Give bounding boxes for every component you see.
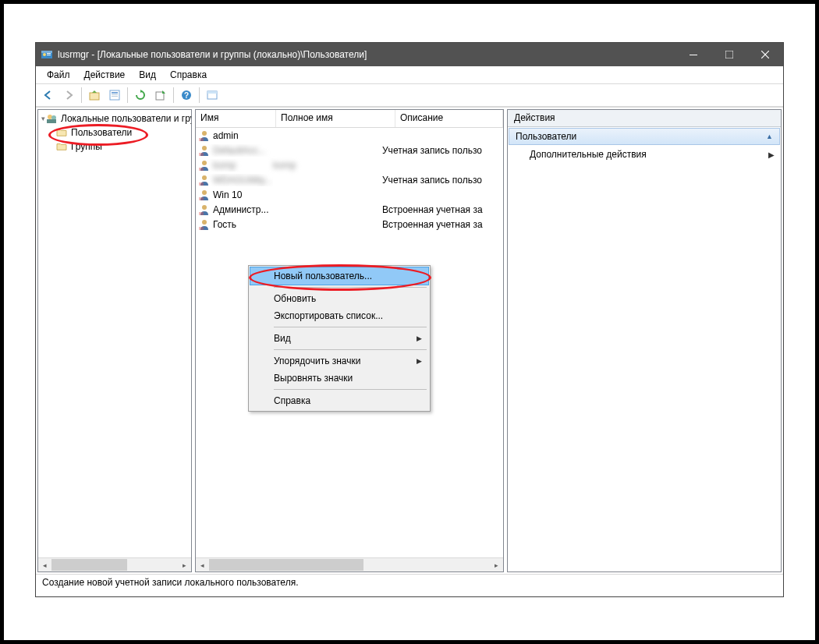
actions-section-label: Пользователи: [516, 131, 576, 142]
ctx-view[interactable]: Вид▶: [250, 330, 428, 347]
actions-section-users[interactable]: Пользователи ▲: [509, 128, 780, 145]
titlebar: lusrmgr - [Локальные пользователи и груп…: [36, 43, 783, 66]
user-desc: Учетная запись пользо: [382, 175, 503, 186]
context-menu: Новый пользователь... Обновить Экспортир…: [248, 265, 431, 412]
svg-text:?: ?: [184, 91, 189, 100]
menu-action[interactable]: Действие: [78, 68, 132, 82]
col-fullname[interactable]: Полное имя: [276, 110, 395, 127]
tree-root-label: Локальные пользователи и гру: [61, 113, 191, 124]
user-icon: [198, 144, 211, 157]
user-desc: Учетная запись пользо: [382, 145, 503, 156]
ctx-arrange[interactable]: Упорядочить значки▶: [250, 352, 428, 370]
user-name: Win 10: [213, 189, 242, 200]
scroll-right-button[interactable]: ▸: [178, 558, 191, 571]
actions-pane: Действия Пользователи ▲ Дополнительные д…: [507, 109, 782, 572]
svg-point-28: [202, 175, 207, 180]
forward-button[interactable]: [59, 86, 78, 104]
user-row[interactable]: Win 10: [196, 187, 503, 202]
user-name: DefaultAcc...: [213, 145, 266, 156]
statusbar: Создание новой учетной записи локального…: [36, 574, 783, 596]
svg-rect-13: [112, 96, 118, 97]
svg-point-32: [202, 205, 207, 210]
ctx-help[interactable]: Справка: [250, 392, 428, 409]
list-hscroll[interactable]: ◂ ▸: [196, 557, 503, 571]
actions-more[interactable]: Дополнительные действия ▶: [508, 146, 781, 163]
svg-point-24: [202, 146, 207, 150]
user-icon: [198, 129, 211, 142]
svg-rect-31: [199, 197, 204, 200]
svg-rect-11: [112, 92, 118, 94]
tree-root[interactable]: ▾ Локальные пользователи и гру: [38, 111, 191, 126]
tree-groups-label: Группы: [71, 141, 102, 152]
scroll-left-button[interactable]: ◂: [196, 558, 209, 571]
collapse-arrow-icon: ▲: [766, 133, 773, 140]
user-name: WDAGUtility...: [213, 175, 272, 186]
svg-rect-6: [725, 51, 733, 58]
tree-hscroll[interactable]: ◂ ▸: [38, 557, 191, 571]
user-icon: [198, 218, 211, 231]
svg-rect-5: [690, 55, 697, 55]
svg-rect-4: [47, 55, 51, 55]
back-button[interactable]: [39, 86, 58, 104]
scroll-left-button[interactable]: ◂: [38, 558, 51, 571]
svg-rect-18: [207, 91, 217, 94]
svg-rect-33: [199, 212, 204, 215]
tree-pane: ▾ Локальные пользователи и гру Пользоват…: [37, 109, 192, 572]
submenu-arrow-icon: ▶: [768, 150, 775, 159]
user-icon: [198, 189, 211, 201]
properties-button[interactable]: [105, 86, 124, 104]
export-button[interactable]: [151, 86, 170, 104]
close-button[interactable]: [747, 43, 783, 66]
toolbar: ?: [36, 84, 783, 107]
svg-rect-23: [199, 138, 204, 141]
col-name[interactable]: Имя: [196, 110, 276, 127]
user-row[interactable]: Администр...Встроенная учетная за: [196, 202, 503, 217]
tree-users-label: Пользователи: [71, 127, 132, 138]
svg-point-30: [202, 190, 207, 195]
refresh-button[interactable]: [131, 86, 150, 104]
ctx-export[interactable]: Экспортировать список...: [250, 307, 428, 324]
svg-point-22: [202, 131, 207, 136]
user-row[interactable]: WDAGUtility...Учетная запись пользо: [196, 172, 503, 187]
user-row[interactable]: admin: [196, 128, 503, 143]
minimize-button[interactable]: [675, 43, 711, 66]
help-button[interactable]: ?: [177, 86, 196, 104]
svg-rect-25: [199, 153, 204, 156]
svg-rect-35: [199, 227, 204, 230]
actions-more-label: Дополнительные действия: [530, 149, 647, 160]
user-name: komp: [213, 160, 236, 171]
list-header: Имя Полное имя Описание: [196, 110, 503, 128]
user-row[interactable]: ГостьВстроенная учетная за: [196, 217, 503, 232]
user-fullname: komp: [273, 160, 382, 171]
user-icon: [198, 159, 211, 172]
actions-header: Действия: [508, 110, 781, 127]
user-icon: [198, 203, 211, 216]
user-desc: Встроенная учетная за: [382, 219, 503, 230]
menu-help[interactable]: Справка: [164, 68, 213, 82]
user-name: admin: [213, 130, 239, 141]
menu-file[interactable]: Файл: [41, 68, 76, 82]
window-title: lusrmgr - [Локальные пользователи и груп…: [58, 49, 675, 60]
user-row[interactable]: DefaultAcc...Учетная запись пользо: [196, 143, 503, 157]
ctx-align[interactable]: Выровнять значки: [250, 370, 428, 387]
show-hide-button[interactable]: [203, 86, 222, 104]
svg-rect-29: [199, 182, 204, 186]
maximize-button[interactable]: [711, 43, 747, 66]
menubar: Файл Действие Вид Справка: [36, 66, 783, 84]
ctx-refresh[interactable]: Обновить: [250, 290, 428, 307]
scroll-right-button[interactable]: ▸: [490, 558, 503, 571]
svg-point-19: [48, 115, 52, 119]
svg-point-26: [202, 161, 207, 165]
user-icon: [198, 174, 211, 186]
svg-rect-21: [47, 119, 56, 123]
tree-users[interactable]: Пользователи: [38, 126, 191, 140]
ctx-new-user[interactable]: Новый пользователь...: [250, 267, 429, 285]
user-row[interactable]: kompkomp: [196, 157, 503, 172]
svg-point-34: [202, 220, 207, 225]
user-desc: Встроенная учетная за: [382, 204, 503, 215]
menu-view[interactable]: Вид: [133, 68, 162, 82]
tree-groups[interactable]: Группы: [38, 140, 191, 154]
col-desc[interactable]: Описание: [395, 110, 503, 127]
svg-rect-27: [199, 168, 204, 171]
up-button[interactable]: [85, 86, 104, 104]
